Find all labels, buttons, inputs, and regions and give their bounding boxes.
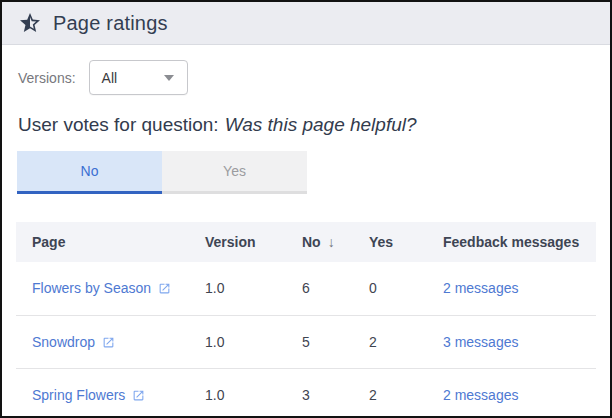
column-header-feedback[interactable]: Feedback messages (443, 222, 596, 262)
feedback-messages-link[interactable]: 2 messages (443, 387, 518, 403)
versions-filter-row: Versions: All (2, 45, 610, 95)
table-header-row: Page Version No↓ Yes Feedback messages (16, 222, 596, 262)
version-cell: 1.0 (205, 315, 302, 368)
yes-count-cell: 2 (369, 368, 443, 418)
column-header-version[interactable]: Version (205, 222, 302, 262)
tab-yes[interactable]: Yes (162, 151, 307, 194)
question-text: Was this page helpful? (225, 114, 417, 135)
column-header-yes[interactable]: Yes (369, 222, 443, 262)
sort-descending-icon: ↓ (328, 234, 335, 250)
versions-dropdown-value: All (102, 70, 118, 86)
question-prefix: User votes for question: (18, 114, 219, 135)
page-ratings-panel: Page ratings Versions: All User votes fo… (0, 0, 612, 418)
feedback-messages-link[interactable]: 3 messages (443, 334, 518, 350)
versions-dropdown[interactable]: All (89, 60, 188, 95)
table-row: Flowers by Season 1.0 6 0 2 messages (16, 262, 596, 315)
page-link[interactable]: Spring Flowers (32, 387, 125, 403)
yes-count-cell: 0 (369, 262, 443, 315)
caret-down-icon (164, 75, 174, 81)
tab-no[interactable]: No (17, 151, 162, 194)
yes-count-cell: 2 (369, 315, 443, 368)
no-count-cell: 3 (302, 368, 369, 418)
version-cell: 1.0 (205, 262, 302, 315)
tab-bar: No Yes (17, 151, 610, 194)
header: Page ratings (2, 2, 610, 45)
table-row: Spring Flowers 1.0 3 2 2 messages (16, 368, 596, 418)
column-header-page[interactable]: Page (16, 222, 205, 262)
table-row: Snowdrop 1.0 5 2 3 messages (16, 315, 596, 368)
no-count-cell: 5 (302, 315, 369, 368)
version-cell: 1.0 (205, 368, 302, 418)
page-title: Page ratings (53, 12, 168, 35)
external-link-icon[interactable] (158, 282, 171, 295)
external-link-icon[interactable] (102, 336, 115, 349)
external-link-icon[interactable] (132, 389, 145, 402)
column-header-no[interactable]: No↓ (302, 222, 369, 262)
page-link[interactable]: Snowdrop (32, 334, 95, 350)
ratings-table: Page Version No↓ Yes Feedback messages F… (16, 222, 596, 418)
question-heading: User votes for question:Was this page he… (18, 114, 594, 136)
no-count-cell: 6 (302, 262, 369, 315)
ratings-table-container: Page Version No↓ Yes Feedback messages F… (16, 222, 596, 418)
star-half-icon (18, 11, 42, 35)
feedback-messages-link[interactable]: 2 messages (443, 280, 518, 296)
page-link[interactable]: Flowers by Season (32, 280, 151, 296)
versions-label: Versions: (18, 70, 76, 86)
